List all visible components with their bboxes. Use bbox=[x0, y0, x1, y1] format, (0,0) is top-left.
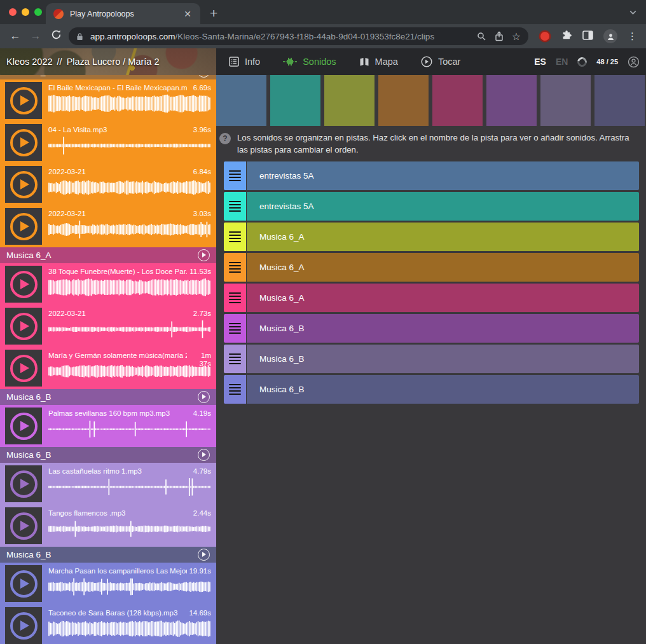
track-section-header[interactable]: Musica 6_A bbox=[0, 247, 216, 263]
play-track-icon[interactable] bbox=[198, 249, 210, 261]
play-track-icon[interactable] bbox=[198, 449, 210, 461]
reload-button[interactable] bbox=[46, 29, 66, 43]
play-track-icon[interactable] bbox=[198, 75, 210, 78]
clip-thumbnail[interactable] bbox=[5, 208, 42, 245]
profile-avatar[interactable] bbox=[603, 29, 617, 43]
lang-es-button[interactable]: ES bbox=[534, 57, 546, 67]
forward-button[interactable]: → bbox=[25, 30, 46, 43]
clip-item[interactable]: 2022-03-212.73s bbox=[0, 305, 216, 347]
clip-thumbnail[interactable] bbox=[5, 565, 42, 602]
track-swatch[interactable] bbox=[270, 75, 320, 126]
track-row[interactable]: entrevistas 5A bbox=[224, 161, 639, 190]
track-section-header[interactable]: Musica 6_B bbox=[0, 447, 216, 463]
track-swatch[interactable] bbox=[216, 75, 266, 126]
clip-thumbnail[interactable] bbox=[5, 124, 42, 161]
track-swatch[interactable] bbox=[540, 75, 591, 126]
track-drag-handle[interactable] bbox=[224, 345, 246, 373]
lang-en-button[interactable]: EN bbox=[556, 57, 568, 67]
clip-item[interactable]: Palmas sevillanas 160 bpm mp3.mp34.19s bbox=[0, 405, 216, 447]
track-row[interactable]: Musica 6_B bbox=[224, 314, 639, 343]
tab-search-chevron-icon[interactable] bbox=[629, 8, 637, 19]
track-row[interactable]: Musica 6_B bbox=[224, 345, 639, 373]
track-drag-handle[interactable] bbox=[224, 253, 246, 282]
clip-item[interactable]: 2022-03-213.03s bbox=[0, 205, 216, 247]
clip-thumbnail[interactable] bbox=[5, 82, 42, 119]
track-swatch[interactable] bbox=[594, 75, 645, 126]
play-clip-button[interactable] bbox=[10, 87, 38, 114]
track-drag-handle[interactable] bbox=[224, 192, 246, 221]
address-bar[interactable]: app.antropoloops.com /Kleos-Santa-Marina… bbox=[69, 27, 528, 45]
track-drag-handle[interactable] bbox=[224, 284, 246, 312]
minimize-window-button[interactable] bbox=[22, 8, 29, 16]
track-row-body[interactable]: entrevistas 5A bbox=[247, 192, 639, 221]
track-drag-handle[interactable] bbox=[224, 223, 246, 251]
bookmark-star-icon[interactable]: ☆ bbox=[512, 31, 521, 43]
new-tab-button[interactable]: + bbox=[210, 4, 217, 23]
tab-sonidos[interactable]: Sonidos bbox=[283, 57, 336, 67]
track-row-body[interactable]: Musica 6_A bbox=[247, 223, 639, 251]
fullscreen-window-button[interactable] bbox=[34, 8, 42, 16]
clip-item[interactable]: María y Germán solamente música(maría 2.… bbox=[0, 347, 216, 389]
clip-item[interactable]: Taconeo de Sara Baras (128 kbps).mp314.6… bbox=[0, 605, 216, 644]
track-row-body[interactable]: entrevistas 5A bbox=[247, 161, 639, 190]
clip-thumbnail[interactable] bbox=[5, 166, 42, 203]
play-clip-button[interactable] bbox=[10, 570, 38, 598]
tab-mapa[interactable]: Mapa bbox=[359, 57, 398, 67]
play-clip-button[interactable] bbox=[10, 171, 38, 198]
play-track-icon[interactable] bbox=[198, 391, 210, 403]
track-row-body[interactable]: Musica 6_B bbox=[247, 375, 639, 404]
zoom-page-icon[interactable] bbox=[477, 32, 486, 41]
track-drag-handle[interactable] bbox=[224, 161, 246, 190]
clip-thumbnail[interactable] bbox=[5, 266, 42, 303]
clip-thumbnail[interactable] bbox=[5, 408, 42, 444]
play-clip-button[interactable] bbox=[10, 612, 38, 640]
close-tab-icon[interactable]: ✕ bbox=[182, 9, 193, 19]
track-row[interactable]: Musica 6_A bbox=[224, 223, 639, 251]
close-window-button[interactable] bbox=[9, 8, 17, 16]
play-clip-button[interactable] bbox=[10, 512, 38, 540]
clip-item[interactable]: Tangos flamencos .mp32.44s bbox=[0, 505, 216, 547]
track-row[interactable]: Musica 6_B bbox=[224, 375, 639, 404]
track-swatch[interactable] bbox=[432, 75, 483, 126]
clip-item[interactable]: 2022-03-216.84s bbox=[0, 163, 216, 205]
clip-thumbnail[interactable] bbox=[5, 507, 42, 544]
track-row-body[interactable]: Musica 6_B bbox=[247, 314, 639, 343]
play-clip-button[interactable] bbox=[10, 470, 38, 498]
track-row-body[interactable]: Musica 6_A bbox=[247, 253, 639, 282]
play-clip-button[interactable] bbox=[10, 413, 38, 440]
track-row[interactable]: Musica 6_A bbox=[224, 284, 639, 312]
extensions-puzzle-icon[interactable] bbox=[561, 30, 572, 43]
clip-thumbnail[interactable] bbox=[5, 465, 42, 502]
share-icon[interactable] bbox=[495, 31, 504, 41]
track-swatch[interactable] bbox=[486, 75, 537, 126]
back-button[interactable]: ← bbox=[5, 30, 25, 43]
clip-item[interactable]: 04 - La Visita.mp33.96s bbox=[0, 121, 216, 163]
clip-item[interactable]: Marcha Pasan los campanilleros Las Mejor… bbox=[0, 563, 216, 605]
clip-thumbnail[interactable] bbox=[5, 607, 42, 644]
clip-item[interactable]: El Baile Mexicapan - El Baile Mexicapan.… bbox=[0, 79, 216, 121]
play-clip-button[interactable] bbox=[10, 129, 38, 156]
play-clip-button[interactable] bbox=[10, 355, 38, 382]
tab-tocar[interactable]: Tocar bbox=[421, 56, 460, 67]
play-clip-button[interactable] bbox=[10, 313, 38, 340]
browser-menu-icon[interactable]: ⋮ bbox=[628, 31, 637, 42]
clip-item[interactable]: Las castañuelas ritmo 1.mp34.79s bbox=[0, 463, 216, 505]
play-clip-button[interactable] bbox=[10, 271, 38, 298]
account-icon[interactable] bbox=[628, 56, 640, 68]
clip-item[interactable]: 38 Toque Funebre(Muerte) - Los Doce Par.… bbox=[0, 263, 216, 305]
recording-indicator-icon[interactable] bbox=[540, 32, 549, 41]
track-section-header[interactable]: Musica 6_B bbox=[0, 547, 216, 563]
track-drag-handle[interactable] bbox=[224, 314, 246, 343]
clip-thumbnail[interactable] bbox=[5, 308, 42, 345]
track-row[interactable]: entrevistas 5A bbox=[224, 192, 639, 221]
track-row[interactable]: Musica 6_A bbox=[224, 253, 639, 282]
side-panel-icon[interactable] bbox=[582, 31, 593, 43]
play-track-icon[interactable] bbox=[198, 549, 210, 561]
track-swatch[interactable] bbox=[378, 75, 429, 126]
play-clip-button[interactable] bbox=[10, 213, 38, 240]
track-row-body[interactable]: Musica 6_B bbox=[247, 345, 639, 373]
tab-info[interactable]: Info bbox=[229, 57, 260, 67]
browser-tab[interactable]: Play Antropoloops ✕ bbox=[46, 3, 200, 24]
track-section-header[interactable]: Musica 6_B bbox=[0, 389, 216, 405]
track-swatch[interactable] bbox=[324, 75, 375, 126]
